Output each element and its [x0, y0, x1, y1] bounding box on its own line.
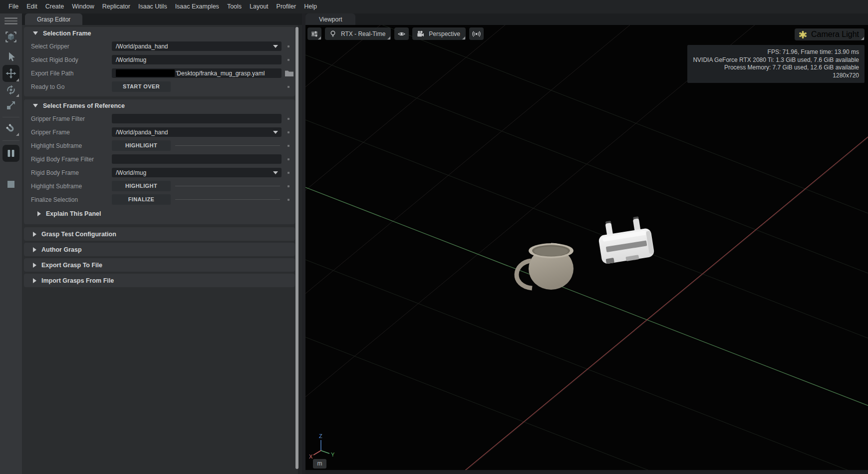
- stop-button[interactable]: [2, 177, 19, 192]
- menu-edit[interactable]: Edit: [22, 0, 41, 13]
- row-gripper-frame: Gripper Frame /World/panda_hand: [24, 125, 295, 139]
- axis-z-label: Z: [319, 433, 322, 439]
- menu-help[interactable]: Help: [300, 0, 321, 13]
- section-header-selection-frame[interactable]: Selection Frame: [24, 27, 295, 39]
- collapse-triangle-icon: [33, 104, 38, 107]
- export-file-path-input[interactable]: 'Desktop/franka_mug_grasp.yaml: [112, 68, 282, 78]
- reset-default-indicator[interactable]: [288, 59, 289, 61]
- reset-default-indicator[interactable]: [288, 158, 289, 160]
- reset-default-indicator[interactable]: [288, 118, 289, 120]
- reset-default-indicator[interactable]: [288, 86, 289, 88]
- axis-x-label: X: [309, 454, 313, 460]
- scale-tool[interactable]: [2, 98, 19, 113]
- ground-grid: [305, 25, 868, 470]
- cursor-icon: [5, 51, 16, 62]
- tab-grasp-editor[interactable]: Grasp Editor: [25, 13, 82, 25]
- expand-triangle-icon: [33, 278, 36, 283]
- row-rigid-body-frame: Rigid Body Frame /World/mug: [24, 166, 295, 179]
- section-header-frames-of-reference[interactable]: Select Frames of Reference: [24, 99, 295, 112]
- select-tool[interactable]: [2, 49, 19, 64]
- gripper-frame-dropdown[interactable]: /World/panda_hand: [112, 127, 282, 137]
- rotate-icon: [5, 84, 16, 95]
- viewport-3d-canvas[interactable]: Z X Y: [305, 25, 868, 470]
- snap-tool[interactable]: [2, 121, 19, 136]
- select-rigid-body-field[interactable]: /World/mug: [112, 55, 282, 64]
- row-select-gripper: Select Gripper /World/panda_hand: [24, 39, 295, 53]
- stat-gpu-memory: NVIDIA GeForce RTX 2080 Ti: 1.3 GiB used…: [693, 56, 859, 64]
- menu-isaac-examples[interactable]: Isaac Examples: [171, 0, 223, 13]
- grid-axis-green: [305, 187, 868, 406]
- section-author-grasp[interactable]: Author Grasp: [24, 243, 295, 256]
- sliders-icon: [310, 30, 318, 38]
- menu-window[interactable]: Window: [68, 0, 98, 13]
- row-rule: [175, 186, 280, 186]
- row-export-file-path: Export File Path 'Desktop/franka_mug_gra…: [24, 66, 295, 80]
- menu-profiler[interactable]: Profiler: [273, 0, 300, 13]
- reset-default-indicator[interactable]: [288, 131, 289, 133]
- gripper-frame-filter-input[interactable]: [112, 114, 282, 123]
- section-selection-frame: Selection Frame Select Gripper /World/pa…: [24, 27, 295, 96]
- pause-icon: [5, 148, 16, 159]
- panda-gripper-object[interactable]: [596, 215, 655, 265]
- stop-icon: [5, 179, 16, 190]
- axis-y-label: Y: [331, 452, 335, 458]
- reset-default-indicator[interactable]: [288, 185, 289, 187]
- live-sync-button[interactable]: [469, 27, 484, 40]
- viewport-panel: Viewport: [305, 13, 868, 474]
- reset-default-indicator[interactable]: [288, 199, 289, 201]
- grasp-editor-panel: Grasp Editor Selection Frame Select Grip…: [22, 13, 302, 474]
- menu-layout[interactable]: Layout: [246, 0, 273, 13]
- row-select-rigid-body: Select Rigid Body /World/mug: [24, 53, 295, 66]
- pause-button[interactable]: [2, 145, 19, 162]
- grasp-editor-body: Selection Frame Select Gripper /World/pa…: [22, 25, 302, 474]
- visibility-button[interactable]: [394, 27, 409, 40]
- eye-icon: [397, 30, 406, 38]
- rigid-body-frame-dropdown[interactable]: /World/mug: [112, 168, 282, 177]
- scale-icon: [5, 100, 16, 111]
- mug-object[interactable]: [517, 243, 574, 290]
- reset-default-indicator[interactable]: [288, 172, 289, 174]
- renderer-selector-button[interactable]: RTX - Real-Time: [325, 27, 391, 40]
- toolbar-menu-icon[interactable]: [4, 17, 17, 24]
- expand-triangle-icon: [37, 211, 41, 216]
- folder-icon[interactable]: [285, 69, 294, 77]
- camera-light-icon: [799, 30, 807, 39]
- section-import-grasps-from-file[interactable]: Import Grasps From File: [24, 274, 295, 287]
- panel-scrollbar[interactable]: [295, 27, 298, 469]
- reset-default-indicator[interactable]: [288, 145, 289, 147]
- camera-light-button[interactable]: Camera Light: [795, 28, 865, 40]
- movie-camera-icon: [416, 30, 425, 38]
- camera-selector-button[interactable]: Perspective: [412, 27, 466, 40]
- rigid-body-frame-filter-input[interactable]: [112, 154, 282, 164]
- select-gripper-dropdown[interactable]: /World/panda_hand: [112, 41, 282, 51]
- chevron-down-icon: [273, 131, 278, 134]
- magnet-icon: [5, 123, 16, 134]
- units-badge: m: [313, 459, 326, 469]
- rotate-tool[interactable]: [2, 82, 19, 97]
- frame-cube-icon: [5, 31, 16, 42]
- menu-create[interactable]: Create: [41, 0, 68, 13]
- menu-file[interactable]: File: [4, 0, 22, 13]
- toolbar-separator: [2, 117, 19, 117]
- lightbulb-icon: [329, 30, 337, 38]
- menu-isaac-utils[interactable]: Isaac Utils: [134, 0, 171, 13]
- section-grasp-test-configuration[interactable]: Grasp Test Configuration: [24, 227, 295, 241]
- reset-default-indicator[interactable]: [288, 45, 289, 47]
- highlight-button[interactable]: HIGHLIGHT: [112, 181, 171, 191]
- section-frames-of-reference: Select Frames of Reference Gripper Frame…: [24, 99, 295, 224]
- tab-viewport[interactable]: Viewport: [305, 13, 355, 25]
- performance-stats-overlay: FPS: 71.96, Frame time: 13.90 ms NVIDIA …: [687, 45, 865, 83]
- axis-gizmo[interactable]: Z X Y: [309, 433, 335, 460]
- explain-this-panel-header[interactable]: Explain This Panel: [24, 206, 295, 221]
- menu-replicator[interactable]: Replicator: [98, 0, 134, 13]
- section-export-grasp-to-file[interactable]: Export Grasp To File: [24, 258, 295, 272]
- frame-selection-tool[interactable]: [2, 29, 19, 44]
- highlight-button[interactable]: HIGHLIGHT: [112, 140, 171, 151]
- viewport-settings-button[interactable]: [307, 27, 321, 40]
- start-over-button[interactable]: START OVER: [112, 81, 171, 92]
- finalize-button[interactable]: FINALIZE: [112, 194, 171, 205]
- row-rigid-body-frame-filter: Rigid Body Frame Filter: [24, 152, 295, 166]
- chevron-down-icon: [273, 45, 278, 48]
- move-tool[interactable]: [2, 65, 19, 82]
- menu-tools[interactable]: Tools: [223, 0, 246, 13]
